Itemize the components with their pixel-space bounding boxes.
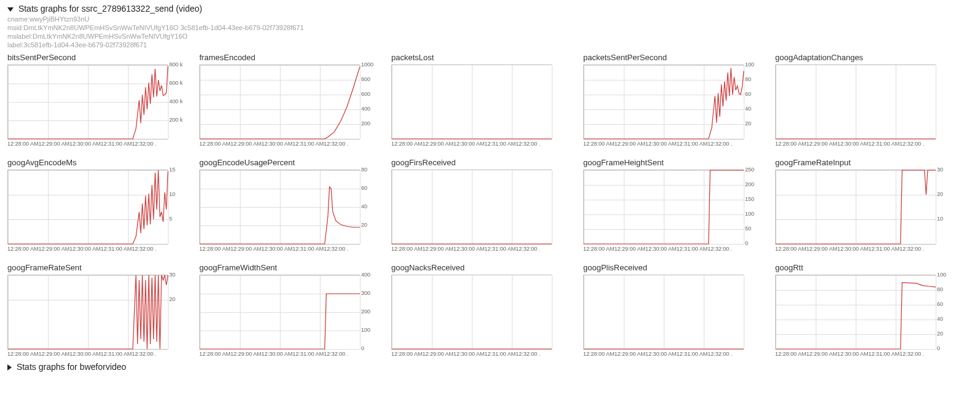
y-axis xyxy=(552,275,569,350)
chart-title: framesEncoded xyxy=(199,53,378,62)
chart-googEncodeUsagePercent: googEncodeUsagePercent2040608012:28:00 A… xyxy=(199,158,378,252)
chart-title: packetsLost xyxy=(391,53,570,62)
chart-framesEncoded: framesEncoded200400600800100012:28:00 AM… xyxy=(199,53,378,147)
x-axis: 12:28:00 AM12:29:00 AM12:30:00 AM12:31:0… xyxy=(583,351,762,357)
y-tick: 600 k xyxy=(169,80,183,86)
x-axis: 12:28:00 AM12:29:00 AM12:30:00 AM12:31:0… xyxy=(391,246,570,252)
chart-title: googFirsReceived xyxy=(391,158,570,167)
y-axis: 20406080 xyxy=(360,170,377,245)
chart-title: googPlisReceived xyxy=(583,263,762,272)
plot-area xyxy=(775,170,936,245)
y-tick: 15 xyxy=(169,167,175,173)
y-tick: 1000 xyxy=(361,61,373,68)
y-tick: 100 xyxy=(745,211,754,217)
chart-packetsSentPerSecond: packetsSentPerSecond2040608010012:28:00 … xyxy=(583,53,762,147)
plot-area xyxy=(7,65,168,139)
y-tick: 400 xyxy=(361,272,370,278)
y-tick: 30 xyxy=(937,167,943,173)
plot-area xyxy=(583,275,744,350)
y-axis: 020406080100 xyxy=(936,275,953,350)
chart-googFrameRateInput: googFrameRateInput10203012:28:00 AM12:29… xyxy=(775,158,954,252)
y-axis: 2004006008001000 xyxy=(360,65,377,139)
section-title: Stats graphs for ssrc_2789613322_send (v… xyxy=(18,4,202,14)
plot-area xyxy=(583,65,744,139)
y-tick: 60 xyxy=(361,185,367,191)
plot-area xyxy=(775,65,936,139)
y-tick: 40 xyxy=(937,316,943,322)
plot-area xyxy=(199,170,360,245)
chart-googAvgEncodeMs: googAvgEncodeMs5101512:28:00 AM12:29:00 … xyxy=(7,158,186,252)
chart-googFrameHeightSent: googFrameHeightSent05010015020025012:28:… xyxy=(583,158,762,252)
y-axis xyxy=(936,65,953,139)
section-header[interactable]: Stats graphs for ssrc_2789613322_send (v… xyxy=(7,4,973,14)
y-axis: 050100150200250 xyxy=(744,170,761,245)
x-axis: 12:28:00 AM12:29:00 AM12:30:00 AM12:31:0… xyxy=(7,246,186,252)
chart-title: googFrameRateSent xyxy=(7,263,186,272)
plot-area xyxy=(391,275,552,350)
chart-title: bitsSentPerSecond xyxy=(7,53,186,62)
y-tick: 80 xyxy=(937,286,943,292)
chart-googFirsReceived: googFirsReceived12:28:00 AM12:29:00 AM12… xyxy=(391,158,570,252)
y-tick: 200 xyxy=(361,120,370,127)
chart-googRtt: googRtt02040608010012:28:00 AM12:29:00 A… xyxy=(775,263,954,357)
y-tick: 10 xyxy=(169,191,175,197)
x-axis: 12:28:00 AM12:29:00 AM12:30:00 AM12:31:0… xyxy=(199,351,378,357)
section-header-collapsed[interactable]: Stats graphs for bweforvideo xyxy=(7,362,973,372)
chart-title: googAvgEncodeMs xyxy=(7,158,186,167)
section-meta: cname:wwyPjiBHYtzn93nU msid:DmLtkYmNK2n8… xyxy=(7,15,973,49)
y-tick: 10 xyxy=(937,216,943,222)
x-axis: 12:28:00 AM12:29:00 AM12:30:00 AM12:31:0… xyxy=(775,141,954,147)
y-tick: 30 xyxy=(169,272,175,278)
plot-area xyxy=(583,170,744,245)
y-tick: 0 xyxy=(745,240,748,246)
y-tick: 800 k xyxy=(169,61,183,68)
plot-area xyxy=(7,275,168,350)
y-tick: 600 xyxy=(361,91,370,97)
y-tick: 200 k xyxy=(169,117,183,123)
chart-title: googAdaptationChanges xyxy=(775,53,954,62)
y-axis: 51015 xyxy=(168,170,185,245)
y-tick: 80 xyxy=(361,167,367,173)
chart-googPlisReceived: googPlisReceived12:28:00 AM12:29:00 AM12… xyxy=(583,263,762,357)
y-axis xyxy=(744,275,761,350)
chart-googNacksReceived: googNacksReceived12:28:00 AM12:29:00 AM1… xyxy=(391,263,570,357)
disclosure-triangle-down-icon[interactable] xyxy=(7,7,14,12)
y-axis xyxy=(552,65,569,139)
x-axis: 12:28:00 AM12:29:00 AM12:30:00 AM12:31:0… xyxy=(775,351,954,357)
y-tick: 400 xyxy=(361,106,370,112)
y-tick: 400 k xyxy=(169,98,183,104)
charts-grid: bitsSentPerSecond200 k400 k600 k800 k12:… xyxy=(7,53,973,357)
y-tick: 80 xyxy=(745,76,751,82)
chart-googFrameRateSent: googFrameRateSent203012:28:00 AM12:29:00… xyxy=(7,263,186,357)
y-tick: 5 xyxy=(169,216,172,222)
y-tick: 300 xyxy=(361,290,370,296)
y-axis xyxy=(552,170,569,245)
x-axis: 12:28:00 AM12:29:00 AM12:30:00 AM12:31:0… xyxy=(391,141,570,147)
disclosure-triangle-right-icon[interactable] xyxy=(7,364,12,371)
x-axis: 12:28:00 AM12:29:00 AM12:30:00 AM12:31:0… xyxy=(7,351,186,357)
x-axis: 12:28:00 AM12:29:00 AM12:30:00 AM12:31:0… xyxy=(7,141,186,147)
y-tick: 20 xyxy=(361,222,367,228)
y-tick: 200 xyxy=(745,181,754,187)
y-tick: 250 xyxy=(745,167,754,173)
plot-area xyxy=(199,275,360,350)
chart-title: googNacksReceived xyxy=(391,263,570,272)
y-tick: 40 xyxy=(361,203,367,210)
plot-area xyxy=(391,170,552,245)
y-tick: 60 xyxy=(937,301,943,307)
chart-title: googEncodeUsagePercent xyxy=(199,158,378,167)
chart-packetsLost: packetsLost12:28:00 AM12:29:00 AM12:30:0… xyxy=(391,53,570,147)
y-tick: 20 xyxy=(745,120,751,127)
y-axis: 2030 xyxy=(168,275,185,350)
plot-area xyxy=(391,65,552,139)
plot-area xyxy=(7,170,168,245)
chart-googAdaptationChanges: googAdaptationChanges12:28:00 AM12:29:00… xyxy=(775,53,954,147)
chart-bitsSentPerSecond: bitsSentPerSecond200 k400 k600 k800 k12:… xyxy=(7,53,186,147)
y-axis: 200 k400 k600 k800 k xyxy=(168,65,185,139)
chart-title: googFrameRateInput xyxy=(775,158,954,167)
chart-title: googFrameHeightSent xyxy=(583,158,762,167)
y-tick: 20 xyxy=(937,191,943,197)
y-axis: 0100200300400 xyxy=(360,275,377,350)
x-axis: 12:28:00 AM12:29:00 AM12:30:00 AM12:31:0… xyxy=(583,141,762,147)
x-axis: 12:28:00 AM12:29:00 AM12:30:00 AM12:31:0… xyxy=(199,141,378,147)
